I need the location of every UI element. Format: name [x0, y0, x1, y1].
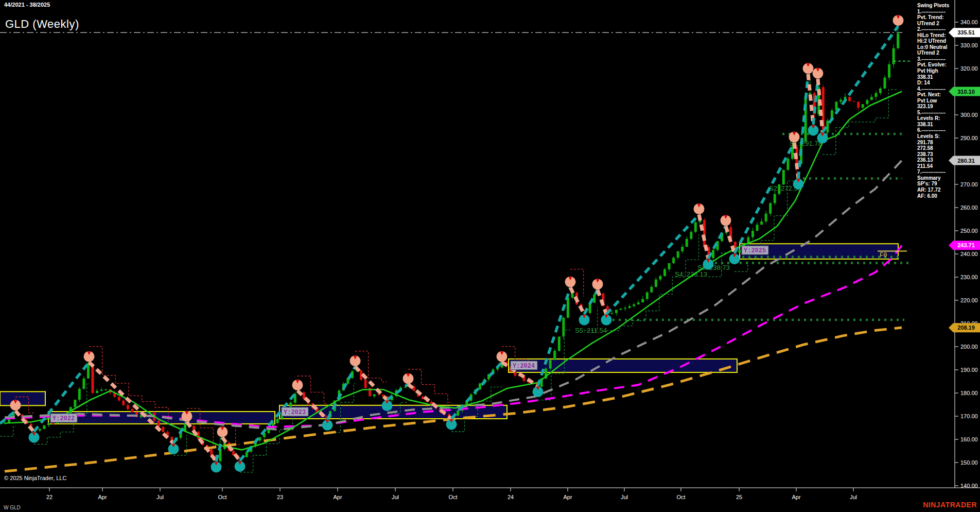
candle-body	[857, 101, 860, 108]
x-tick-label[interactable]: Jul	[156, 494, 164, 500]
x-tick-label[interactable]: Oct	[676, 494, 685, 500]
swing-pivots-line: Pvt. Evolve:	[917, 62, 954, 68]
candle-body	[127, 405, 129, 409]
swing-pivots-line: Pvt. Trend:	[917, 14, 954, 21]
candle-body	[96, 391, 98, 393]
y-tick-label[interactable]: 180.00	[960, 390, 978, 396]
candle-body	[668, 263, 671, 269]
x-tick-label[interactable]: 24	[507, 494, 514, 500]
candle-body	[663, 269, 666, 276]
swing-down-line	[570, 287, 584, 314]
candle-body	[879, 89, 882, 93]
x-tick-label[interactable]: 22	[46, 494, 52, 500]
price-chart-canvas[interactable]: S1: 291.78S2: 272.58S3: 238.73S4: 236.13…	[0, 0, 980, 512]
swing-pivots-line: Lo:0 Neutral	[917, 44, 954, 50]
trail-stop-down	[297, 376, 327, 403]
y-tick-label[interactable]: 320.00	[960, 65, 978, 72]
x-tick-label[interactable]: Apr	[333, 494, 342, 500]
candle-body	[373, 394, 376, 396]
candle-body	[562, 318, 565, 337]
y-tick-label[interactable]: 330.00	[960, 42, 978, 48]
x-tick-label[interactable]: Jul	[850, 494, 857, 500]
x-tick-label[interactable]: Oct	[448, 494, 457, 500]
candle-body	[694, 222, 697, 232]
candle-body	[782, 170, 785, 184]
brand-logo: NINJATRADER	[923, 501, 977, 509]
y-tick-label[interactable]: 220.00	[960, 297, 978, 303]
swing-pivots-line: D: 14	[917, 80, 954, 86]
y-tick-label[interactable]: 230.00	[960, 274, 978, 280]
x-tick-label[interactable]: 23	[277, 494, 283, 500]
x-tick-label[interactable]: Apr	[98, 494, 107, 500]
mid-ma-line	[5, 161, 902, 430]
trail-stop-up	[822, 90, 898, 155]
candle-body	[870, 97, 873, 100]
x-tick-label[interactable]: Jul	[621, 494, 628, 500]
y-tick-label[interactable]: 240.00	[960, 251, 978, 257]
x-tick-label[interactable]: Oct	[218, 494, 226, 500]
price-tag-value: 335.51	[957, 29, 975, 36]
candle-body	[303, 392, 305, 399]
candle-body	[92, 363, 94, 393]
x-tick-label[interactable]: Apr	[792, 494, 800, 500]
x-tick-label[interactable]: Jul	[392, 494, 399, 500]
swing-down-line	[808, 74, 813, 125]
candle-body	[892, 48, 895, 64]
y-tick-label[interactable]: 150.00	[960, 459, 978, 466]
swing-pivots-line: UTrend 2	[917, 50, 954, 56]
year-label: Y:2024	[513, 363, 535, 370]
candle-body	[686, 239, 688, 247]
candle-body	[615, 310, 618, 313]
candle-body	[765, 214, 767, 221]
swing-pivots-line: HiLo Trend:	[917, 32, 954, 39]
x-tick-label[interactable]: 25	[736, 494, 742, 500]
candle-body	[637, 302, 640, 304]
candle-body	[866, 100, 868, 104]
candle-body	[853, 101, 855, 102]
y-tick-label[interactable]: 160.00	[960, 436, 978, 442]
fast-ma-line	[5, 92, 902, 450]
f0-label: F0	[880, 252, 887, 259]
candle-body	[118, 397, 120, 401]
swing-pivots-line: 272.58	[917, 145, 954, 151]
date-range-label: 44/2021 - 38/2025	[4, 2, 50, 8]
swing-pivots-line: 4.--------------	[917, 86, 954, 92]
candle-body	[52, 423, 55, 424]
candle-body	[650, 287, 653, 293]
candle-body	[738, 250, 741, 252]
candle-body	[659, 276, 661, 280]
swing-pivots-line: Pvt. Next:	[917, 92, 954, 98]
candle-body	[681, 247, 684, 251]
price-tag-value: 310.10	[957, 89, 975, 95]
y-tick-label[interactable]: 140.00	[960, 483, 978, 489]
swing-pivots-line: Levels S:	[917, 133, 954, 140]
candle-body	[100, 390, 103, 391]
candle-body	[549, 360, 552, 369]
y-tick-label[interactable]: 190.00	[960, 367, 978, 373]
candle-body	[558, 336, 561, 351]
candle-body	[839, 100, 842, 102]
x-tick-label[interactable]: Apr	[563, 494, 572, 500]
y-tick-label[interactable]: 250.00	[960, 228, 978, 234]
swing-pivots-line: 6.--------------	[917, 127, 954, 133]
y-tick-label[interactable]: 290.00	[960, 135, 978, 141]
long-term-ma-line	[5, 328, 902, 471]
year-label: Y:2022	[52, 415, 75, 422]
year-label: Y:2023	[284, 409, 306, 416]
candle-body	[364, 380, 367, 388]
candle-body	[246, 452, 248, 457]
candle-body	[888, 64, 890, 78]
trail-stop-down	[408, 369, 451, 403]
y-tick-label[interactable]: 340.00	[960, 19, 978, 25]
candle-body	[457, 411, 459, 416]
candle-body	[219, 449, 221, 462]
y-tick-label[interactable]: 260.00	[960, 204, 978, 211]
swing-pivots-line: SP's: 79	[917, 181, 954, 187]
y-tick-label[interactable]: 170.00	[960, 413, 978, 419]
candle-body	[74, 400, 76, 407]
swing-pivots-line: 323.19	[917, 104, 954, 110]
candle-body	[47, 423, 50, 425]
y-tick-label[interactable]: 200.00	[960, 344, 978, 350]
y-tick-label[interactable]: 270.00	[960, 181, 978, 187]
y-tick-label[interactable]: 300.00	[960, 112, 978, 118]
